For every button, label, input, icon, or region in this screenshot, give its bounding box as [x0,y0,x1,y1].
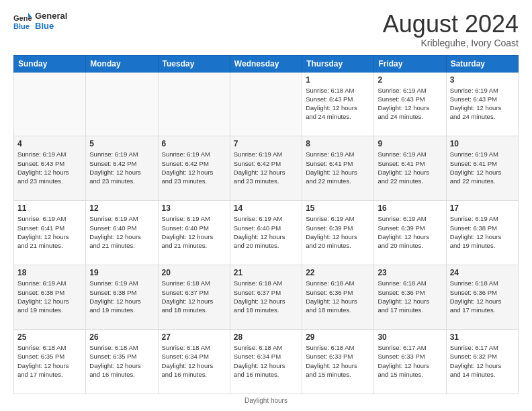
page: General Blue General Blue August 2024 Kr… [0,0,532,411]
calendar-week-row: 4Sunrise: 6:19 AM Sunset: 6:43 PM Daylig… [14,136,519,201]
calendar-cell [14,72,86,136]
main-title: August 2024 [383,11,519,38]
day-info: Sunrise: 6:18 AM Sunset: 6:36 PM Dayligh… [450,279,515,314]
calendar-cell: 28Sunrise: 6:18 AM Sunset: 6:34 PM Dayli… [230,330,302,394]
calendar-cell: 31Sunrise: 6:17 AM Sunset: 6:32 PM Dayli… [446,330,518,394]
day-number: 26 [89,332,154,342]
day-number: 3 [450,75,515,85]
svg-text:Blue: Blue [13,22,30,30]
calendar-cell: 16Sunrise: 6:19 AM Sunset: 6:39 PM Dayli… [374,201,446,265]
day-info: Sunrise: 6:18 AM Sunset: 6:35 PM Dayligh… [17,343,82,379]
day-number: 5 [89,139,154,148]
calendar-cell [158,72,230,136]
day-info: Sunrise: 6:19 AM Sunset: 6:40 PM Dayligh… [162,214,226,250]
calendar-header: SundayMondayTuesdayWednesdayThursdayFrid… [14,55,519,72]
day-info: Sunrise: 6:19 AM Sunset: 6:39 PM Dayligh… [306,214,370,250]
calendar-cell: 6Sunrise: 6:19 AM Sunset: 6:42 PM Daylig… [158,136,230,201]
day-number: 24 [450,268,515,277]
calendar-cell: 5Sunrise: 6:19 AM Sunset: 6:42 PM Daylig… [86,136,158,201]
day-info: Sunrise: 6:18 AM Sunset: 6:37 PM Dayligh… [234,279,298,314]
calendar-cell: 12Sunrise: 6:19 AM Sunset: 6:40 PM Dayli… [86,201,158,265]
calendar-cell: 15Sunrise: 6:19 AM Sunset: 6:39 PM Dayli… [302,201,374,265]
calendar-cell: 24Sunrise: 6:18 AM Sunset: 6:36 PM Dayli… [446,265,518,330]
day-number: 9 [378,139,442,148]
calendar-cell: 11Sunrise: 6:19 AM Sunset: 6:41 PM Dayli… [14,201,86,265]
day-info: Sunrise: 6:19 AM Sunset: 6:38 PM Dayligh… [89,279,154,314]
day-number: 15 [306,203,370,213]
day-number: 30 [378,332,442,342]
calendar-cell: 4Sunrise: 6:19 AM Sunset: 6:43 PM Daylig… [14,136,86,201]
title-block: August 2024 Kribleguhe, Ivory Coast [383,11,519,48]
header: General Blue General Blue August 2024 Kr… [13,11,519,48]
calendar-cell: 30Sunrise: 6:17 AM Sunset: 6:33 PM Dayli… [374,330,446,394]
day-number: 23 [378,268,442,277]
day-number: 13 [162,203,226,213]
day-info: Sunrise: 6:19 AM Sunset: 6:39 PM Dayligh… [378,214,442,250]
day-info: Sunrise: 6:19 AM Sunset: 6:41 PM Dayligh… [306,150,370,185]
day-number: 7 [234,139,298,148]
day-number: 22 [306,268,370,277]
calendar-cell [230,72,302,136]
calendar-cell: 21Sunrise: 6:18 AM Sunset: 6:37 PM Dayli… [230,265,302,330]
day-info: Sunrise: 6:19 AM Sunset: 6:41 PM Dayligh… [378,150,442,185]
day-info: Sunrise: 6:19 AM Sunset: 6:38 PM Dayligh… [450,214,515,250]
calendar-cell: 9Sunrise: 6:19 AM Sunset: 6:41 PM Daylig… [374,136,446,201]
day-info: Sunrise: 6:19 AM Sunset: 6:40 PM Dayligh… [89,214,154,250]
day-info: Sunrise: 6:18 AM Sunset: 6:34 PM Dayligh… [234,343,298,379]
day-number: 14 [234,203,298,213]
day-number: 27 [162,332,226,342]
day-number: 4 [17,139,82,148]
calendar-cell: 23Sunrise: 6:18 AM Sunset: 6:36 PM Dayli… [374,265,446,330]
calendar-cell: 25Sunrise: 6:18 AM Sunset: 6:35 PM Dayli… [14,330,86,394]
calendar-week-row: 11Sunrise: 6:19 AM Sunset: 6:41 PM Dayli… [14,201,519,265]
day-number: 18 [17,268,82,277]
calendar-cell: 22Sunrise: 6:18 AM Sunset: 6:36 PM Dayli… [302,265,374,330]
day-number: 19 [89,268,154,277]
calendar-cell: 2Sunrise: 6:19 AM Sunset: 6:43 PM Daylig… [374,72,446,136]
calendar-cell: 13Sunrise: 6:19 AM Sunset: 6:40 PM Dayli… [158,201,230,265]
day-number: 20 [162,268,226,277]
calendar-cell: 14Sunrise: 6:19 AM Sunset: 6:40 PM Dayli… [230,201,302,265]
day-info: Sunrise: 6:19 AM Sunset: 6:38 PM Dayligh… [17,279,82,314]
calendar-cell: 10Sunrise: 6:19 AM Sunset: 6:41 PM Dayli… [446,136,518,201]
weekday-header-cell: Monday [86,55,158,72]
calendar-week-row: 18Sunrise: 6:19 AM Sunset: 6:38 PM Dayli… [14,265,519,330]
day-info: Sunrise: 6:19 AM Sunset: 6:41 PM Dayligh… [17,214,82,250]
calendar-cell: 20Sunrise: 6:18 AM Sunset: 6:37 PM Dayli… [158,265,230,330]
calendar-cell: 26Sunrise: 6:18 AM Sunset: 6:35 PM Dayli… [86,330,158,394]
day-number: 8 [306,139,370,148]
calendar-cell: 29Sunrise: 6:18 AM Sunset: 6:33 PM Dayli… [302,330,374,394]
footer-note: Daylight hours [13,397,519,404]
day-info: Sunrise: 6:18 AM Sunset: 6:36 PM Dayligh… [306,279,370,314]
day-number: 21 [234,268,298,277]
weekday-header-cell: Thursday [302,55,374,72]
day-info: Sunrise: 6:19 AM Sunset: 6:41 PM Dayligh… [450,150,515,185]
day-info: Sunrise: 6:18 AM Sunset: 6:33 PM Dayligh… [306,343,370,379]
day-info: Sunrise: 6:19 AM Sunset: 6:43 PM Dayligh… [17,150,82,185]
calendar-week-row: 25Sunrise: 6:18 AM Sunset: 6:35 PM Dayli… [14,330,519,394]
calendar-week-row: 1Sunrise: 6:18 AM Sunset: 6:43 PM Daylig… [14,72,519,136]
day-number: 12 [89,203,154,213]
weekday-header-cell: Saturday [446,55,518,72]
weekday-header-cell: Sunday [14,55,86,72]
day-number: 17 [450,203,515,213]
calendar-cell: 7Sunrise: 6:19 AM Sunset: 6:42 PM Daylig… [230,136,302,201]
logo-line2: Blue [35,21,67,31]
weekday-header-row: SundayMondayTuesdayWednesdayThursdayFrid… [14,55,519,72]
calendar-cell: 8Sunrise: 6:19 AM Sunset: 6:41 PM Daylig… [302,136,374,201]
day-number: 31 [450,332,515,342]
day-info: Sunrise: 6:17 AM Sunset: 6:32 PM Dayligh… [450,343,515,379]
calendar-cell: 1Sunrise: 6:18 AM Sunset: 6:43 PM Daylig… [302,72,374,136]
day-number: 6 [162,139,226,148]
day-info: Sunrise: 6:18 AM Sunset: 6:36 PM Dayligh… [378,279,442,314]
logo: General Blue General Blue [13,11,67,31]
day-info: Sunrise: 6:18 AM Sunset: 6:37 PM Dayligh… [162,279,226,314]
calendar-table: SundayMondayTuesdayWednesdayThursdayFrid… [13,55,519,394]
day-number: 10 [450,139,515,148]
calendar-cell: 27Sunrise: 6:18 AM Sunset: 6:34 PM Dayli… [158,330,230,394]
day-number: 11 [17,203,82,213]
day-number: 29 [306,332,370,342]
day-number: 28 [234,332,298,342]
calendar-cell: 18Sunrise: 6:19 AM Sunset: 6:38 PM Dayli… [14,265,86,330]
logo-line1: General [35,11,67,21]
